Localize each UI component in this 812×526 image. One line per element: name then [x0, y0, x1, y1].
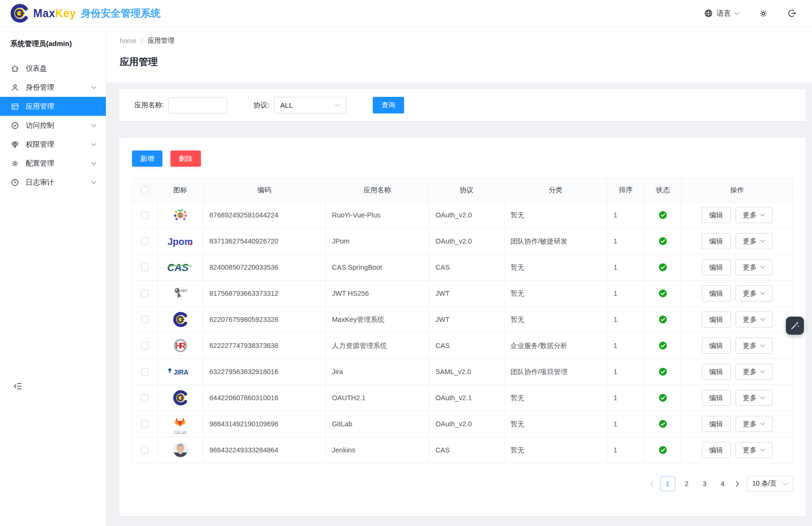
status-enabled-icon: [659, 315, 667, 324]
breadcrumb-current: 应用管理: [148, 37, 174, 45]
sidebar-item-apps[interactable]: 应用管理: [0, 97, 106, 116]
table-card: 新增 删除 图标 编码 应用名称 协议 分类 排序 状态 操作 87689249…: [119, 138, 806, 516]
sidebar-item-label: 访问控制: [26, 121, 54, 130]
hr-logo-icon: HR: [172, 338, 189, 354]
collapse-sidebar-button[interactable]: [12, 381, 22, 391]
page-button-4[interactable]: 4: [716, 477, 729, 491]
edit-button[interactable]: 编辑: [702, 259, 731, 275]
delete-button[interactable]: 删除: [170, 150, 201, 167]
row-checkbox[interactable]: [141, 394, 149, 402]
cell-code: 837136275440926720: [203, 228, 326, 254]
add-button[interactable]: 新增: [132, 150, 162, 167]
chevron-down-icon: [760, 396, 765, 399]
cell-protocol: OAuth_v2.0: [429, 411, 504, 437]
breadcrumb-home[interactable]: home: [120, 37, 136, 45]
page-size-select[interactable]: 10 条/页: [747, 476, 793, 492]
sidebar-item-config[interactable]: 配置管理: [0, 154, 106, 173]
row-checkbox[interactable]: [141, 263, 149, 271]
row-checkbox[interactable]: [141, 446, 149, 454]
main-content: home / 应用管理 应用管理 应用名称: 协议: ALL 查询 新增 删除 …: [106, 0, 812, 516]
edit-button[interactable]: 编辑: [702, 285, 731, 301]
brand-subtitle: 身份安全管理系统: [81, 7, 161, 20]
sidebar-item-identity[interactable]: 身份管理: [0, 78, 106, 97]
prev-page-button[interactable]: [650, 481, 654, 487]
column-header-actions: 操作: [681, 178, 793, 202]
cell-category: 暂无: [504, 411, 607, 437]
logout-button[interactable]: [787, 9, 797, 18]
page-button-1[interactable]: 1: [660, 476, 675, 491]
row-checkbox[interactable]: [141, 420, 149, 428]
edit-button[interactable]: 编辑: [702, 442, 731, 458]
edit-button[interactable]: 编辑: [702, 364, 731, 380]
search-button[interactable]: 查询: [373, 97, 404, 113]
table-row: Jpom 837136275440926720 JPom OAuth_v2.0 …: [132, 228, 793, 254]
top-actions: 语言: [704, 9, 797, 19]
table-row: CAS 824008507220033536 CAS SpringBoot CA…: [132, 254, 793, 280]
protocol-select[interactable]: ALL: [274, 97, 346, 113]
edit-button[interactable]: 编辑: [702, 233, 731, 249]
status-enabled-icon: [659, 446, 667, 454]
svg-text:Jpom: Jpom: [168, 236, 193, 246]
cell-app-name: JWT HS256: [326, 281, 429, 306]
row-checkbox[interactable]: [141, 237, 149, 245]
row-checkbox[interactable]: [141, 211, 149, 219]
more-button[interactable]: 更多: [736, 207, 773, 223]
column-header-category: 分类: [504, 178, 607, 202]
page-button-2[interactable]: 2: [680, 477, 693, 491]
language-menu[interactable]: 语言: [704, 9, 739, 18]
sidebar-item-dashboard[interactable]: 仪表盘: [0, 59, 106, 78]
edit-button[interactable]: 编辑: [702, 311, 731, 328]
page-list: 1234: [660, 476, 729, 491]
cell-protocol: CAS: [429, 333, 504, 358]
floating-theme-button[interactable]: [786, 317, 804, 335]
clock-icon: [10, 178, 19, 187]
cell-code: 632279563832918016: [203, 359, 326, 385]
cell-category: 暂无: [504, 254, 607, 280]
edit-button[interactable]: 编辑: [702, 416, 731, 432]
cell-category: 暂无: [504, 281, 607, 306]
next-page-button[interactable]: [736, 481, 739, 487]
cell-sort: 1: [607, 411, 645, 437]
cell-sort: 1: [607, 385, 645, 411]
edit-button[interactable]: 编辑: [702, 207, 731, 223]
page-button-3[interactable]: 3: [698, 477, 711, 491]
settings-button[interactable]: [758, 9, 768, 19]
more-button[interactable]: 更多: [736, 285, 773, 301]
cell-category: 暂无: [504, 202, 607, 228]
cell-category: 企业服务/数据分析: [504, 333, 607, 358]
more-button[interactable]: 更多: [736, 364, 773, 380]
status-enabled-icon: [659, 211, 667, 219]
user-icon: [10, 83, 19, 92]
edit-button[interactable]: 编辑: [702, 390, 731, 406]
more-button[interactable]: 更多: [736, 338, 773, 354]
row-checkbox[interactable]: [141, 290, 149, 297]
select-all-checkbox[interactable]: [141, 186, 149, 194]
gear-icon: [10, 159, 19, 168]
sidebar-item-label: 配置管理: [26, 159, 54, 168]
row-checkbox[interactable]: [141, 368, 149, 376]
more-button[interactable]: 更多: [736, 233, 773, 249]
home-icon: [10, 64, 19, 73]
maxkey-logo-icon: [172, 390, 189, 406]
sidebar-item-label: 身份管理: [26, 83, 54, 92]
row-checkbox[interactable]: [141, 316, 149, 323]
more-button[interactable]: 更多: [736, 442, 773, 458]
app-name-input[interactable]: [168, 97, 227, 113]
status-enabled-icon: [659, 367, 667, 376]
more-button[interactable]: 更多: [736, 259, 773, 275]
pagination: 1234 10 条/页: [132, 476, 793, 492]
sidebar-item-audit[interactable]: 日志审计: [0, 173, 106, 192]
cell-protocol: SAML_v2.0: [429, 359, 504, 385]
row-checkbox[interactable]: [141, 342, 149, 349]
more-button[interactable]: 更多: [736, 416, 773, 432]
more-button[interactable]: 更多: [736, 311, 773, 328]
more-button[interactable]: 更多: [736, 390, 773, 406]
sidebar-item-access-control[interactable]: 访问控制: [0, 116, 106, 135]
sidebar-nav: 仪表盘 身份管理 应用管理 访问控制 权限管理 配置管理 日志审计: [0, 59, 106, 192]
cell-code: 986431492190109696: [203, 411, 326, 437]
cell-protocol: CAS: [429, 437, 504, 463]
cell-code: 824008507220033536: [203, 254, 326, 280]
sidebar-item-permissions[interactable]: 权限管理: [0, 135, 106, 154]
brand-name: Max: [33, 7, 55, 20]
edit-button[interactable]: 编辑: [702, 338, 731, 354]
